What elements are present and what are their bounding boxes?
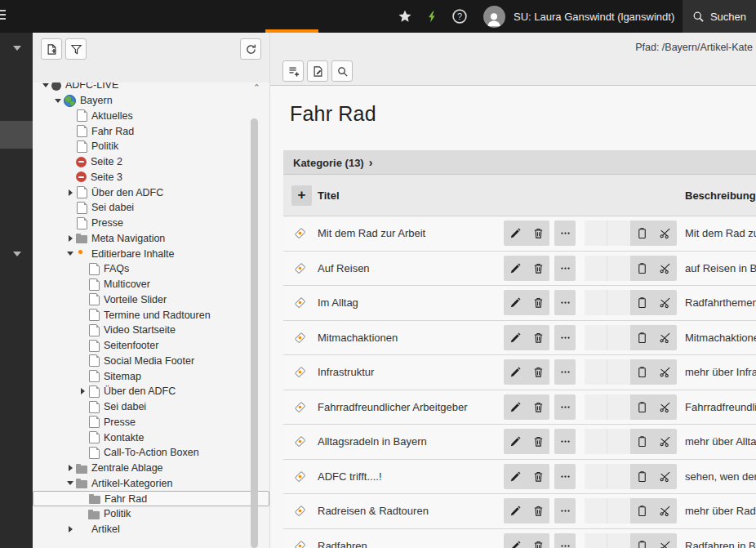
copy-button[interactable] [630, 533, 654, 548]
edit-button[interactable] [504, 359, 527, 385]
tree-item[interactable]: Seitenfooter [33, 338, 269, 354]
cut-button[interactable] [654, 290, 678, 315]
cut-button[interactable] [654, 533, 678, 548]
category-title[interactable]: Fahrradfreundlicher Arbeitgeber [318, 401, 504, 413]
more-options-button[interactable] [554, 256, 576, 281]
delete-button[interactable] [527, 256, 549, 281]
edit-button[interactable] [504, 256, 527, 281]
cut-button[interactable] [654, 325, 678, 350]
tree-item[interactable]: Zentrale Ablage [33, 461, 269, 476]
category-title[interactable]: Alltagsradeln in Bayern [318, 435, 504, 448]
edit-button[interactable] [504, 394, 527, 420]
refresh-button[interactable] [240, 38, 261, 60]
tree-item[interactable]: Aktuelles [33, 109, 269, 124]
tree-item[interactable]: Artikel [33, 522, 269, 537]
edit-button[interactable] [504, 221, 527, 246]
category-title[interactable]: Radreisen & Radtouren [318, 505, 504, 517]
table-band[interactable]: Kategorie (13)› [283, 150, 756, 175]
edit-button[interactable] [504, 325, 527, 350]
edit-button[interactable] [504, 533, 527, 548]
move-up-slot[interactable] [585, 221, 607, 246]
bookmark-star-icon[interactable] [394, 0, 416, 33]
tree-item[interactable]: Editierbare Inhalte [33, 246, 269, 261]
tree-item[interactable]: Politik [33, 139, 269, 154]
move-down-slot[interactable] [607, 429, 630, 454]
global-search[interactable]: Suchen [683, 0, 756, 33]
more-options-button[interactable] [554, 221, 576, 246]
tree-item[interactable]: Presse [33, 216, 269, 231]
module-group-caret-icon[interactable] [13, 46, 21, 51]
move-down-slot[interactable] [607, 359, 630, 385]
tree-item[interactable]: Multicover [33, 277, 269, 292]
tree-caret-icon[interactable] [64, 189, 76, 196]
more-options-button[interactable] [554, 325, 576, 350]
tree-item[interactable]: Über den ADFC [33, 185, 269, 200]
move-up-slot[interactable] [585, 256, 607, 281]
tree-item[interactable]: FAQs [33, 261, 269, 277]
tree-item[interactable]: Sitemap [33, 368, 269, 384]
user-avatar[interactable] [483, 0, 505, 33]
more-options-button[interactable] [554, 394, 576, 420]
more-options-button[interactable] [554, 429, 576, 454]
edit-button[interactable] [504, 429, 527, 454]
module-group-caret-icon[interactable] [13, 252, 21, 256]
delete-button[interactable] [527, 498, 549, 523]
delete-button[interactable] [527, 359, 549, 385]
move-up-slot[interactable] [585, 498, 607, 523]
tree-caret-icon[interactable] [64, 481, 76, 485]
tree-caret-icon[interactable] [64, 526, 76, 532]
tree-item[interactable]: Termine und Radtouren [33, 307, 269, 323]
move-down-slot[interactable] [607, 464, 630, 489]
new-page-button[interactable] [41, 38, 62, 60]
delete-button[interactable] [527, 394, 549, 420]
tree-caret-icon[interactable] [77, 388, 88, 394]
filter-button[interactable] [65, 38, 87, 60]
tree-item[interactable]: Kontakte [33, 430, 269, 445]
edit-page-button[interactable] [307, 60, 328, 82]
logged-in-user-label[interactable]: SU: Laura Ganswindt (lganswindt) [514, 0, 674, 33]
delete-button[interactable] [527, 290, 549, 315]
tree-item[interactable]: Presse [33, 415, 269, 430]
cut-button[interactable] [654, 464, 678, 489]
tree-item[interactable]: Video Startseite [33, 323, 269, 338]
move-up-slot[interactable] [585, 464, 607, 489]
move-down-slot[interactable] [607, 325, 630, 350]
tree-item[interactable]: Bayern [33, 93, 269, 109]
category-title[interactable]: Auf Reisen [318, 262, 504, 274]
cut-button[interactable] [654, 221, 678, 246]
category-title[interactable]: ADFC trifft....! [318, 470, 504, 483]
cut-button[interactable] [654, 429, 678, 454]
tree-item[interactable]: Fahr Rad [33, 491, 269, 506]
tree-item[interactable]: Sei dabei [33, 200, 269, 216]
tree-caret-icon[interactable] [64, 235, 76, 242]
tree-caret-icon[interactable] [64, 252, 76, 256]
copy-button[interactable] [630, 221, 654, 246]
tree-caret-icon[interactable] [40, 83, 51, 87]
category-title[interactable]: Infrastruktur [318, 366, 504, 378]
tree-item[interactable]: Vorteile Slider [33, 292, 269, 308]
delete-button[interactable] [527, 325, 549, 350]
tree-caret-icon[interactable] [64, 465, 76, 471]
move-down-slot[interactable] [607, 498, 630, 523]
tree-scrollbar[interactable] [251, 118, 258, 548]
move-down-slot[interactable] [607, 256, 630, 281]
move-up-slot[interactable] [585, 394, 607, 420]
add-category-button[interactable]: + [291, 185, 312, 206]
move-down-slot[interactable] [607, 533, 630, 548]
help-icon[interactable]: ? [449, 0, 470, 33]
cut-button[interactable] [654, 498, 678, 523]
copy-button[interactable] [630, 256, 654, 281]
move-up-slot[interactable] [585, 290, 607, 315]
search-button[interactable] [331, 60, 353, 82]
copy-button[interactable] [630, 498, 654, 523]
copy-button[interactable] [630, 429, 654, 454]
active-module-indicator[interactable] [0, 121, 33, 149]
tree-item[interactable]: Artikel-Kategorien [33, 476, 269, 492]
more-options-button[interactable] [554, 498, 576, 523]
clear-cache-bolt-icon[interactable] [423, 0, 441, 33]
category-title[interactable]: Mitmachaktionen [318, 332, 504, 344]
delete-button[interactable] [527, 429, 549, 454]
delete-button[interactable] [527, 533, 549, 548]
move-down-slot[interactable] [607, 290, 630, 315]
move-up-slot[interactable] [585, 429, 607, 454]
